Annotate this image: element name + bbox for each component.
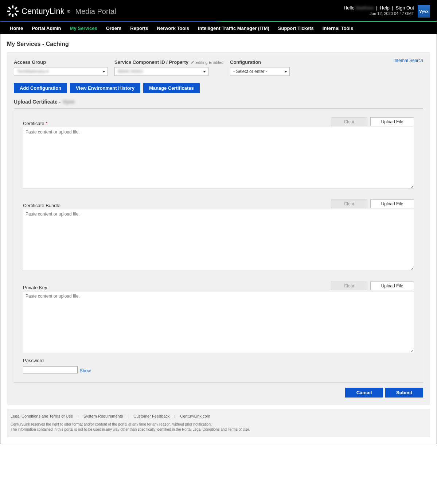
nav-reports[interactable]: Reports bbox=[126, 26, 152, 31]
svg-rect-3 bbox=[16, 11, 19, 12]
scid-select[interactable]: BBWC30002 bbox=[114, 67, 208, 76]
svg-rect-2 bbox=[7, 11, 10, 12]
nav-my-services[interactable]: My Services bbox=[66, 26, 102, 31]
bundle-textarea[interactable] bbox=[23, 209, 414, 271]
svg-rect-6 bbox=[8, 7, 11, 9]
editing-enabled-label: Editing Enabled bbox=[195, 60, 223, 65]
footer-link-legal[interactable]: Legal Conditions and Terms of Use bbox=[11, 414, 73, 418]
configuration-select[interactable]: - Select or enter - bbox=[230, 67, 290, 76]
certificate-upload-button[interactable]: Upload File bbox=[370, 117, 414, 126]
footer-link-cl[interactable]: CenturyLink.com bbox=[180, 414, 210, 418]
certificate-textarea[interactable] bbox=[23, 127, 414, 189]
scid-value: BBWC30002 bbox=[118, 69, 143, 74]
submit-button[interactable]: Submit bbox=[385, 388, 423, 398]
footer-disclaimer-1: CenturyLink reserves the right to alter … bbox=[11, 422, 426, 427]
nav-bar: Home Portal Admin My Services Orders Rep… bbox=[0, 22, 437, 34]
nav-home[interactable]: Home bbox=[5, 26, 27, 31]
nav-internal-tools[interactable]: Internal Tools bbox=[318, 26, 358, 31]
sign-out-link[interactable]: Sign Out bbox=[395, 5, 414, 11]
svg-rect-0 bbox=[12, 5, 13, 8]
chevron-down-icon bbox=[102, 71, 105, 73]
internal-search-link[interactable]: Internal Search bbox=[394, 58, 423, 63]
nav-network-tools[interactable]: Network Tools bbox=[152, 26, 194, 31]
svg-rect-7 bbox=[14, 13, 17, 16]
footer: Legal Conditions and Terms of Use | Syst… bbox=[7, 409, 430, 437]
nav-itm[interactable]: Intelligent Traffic Manager (ITM) bbox=[194, 26, 274, 31]
brand: CenturyLink® Media Portal bbox=[7, 5, 116, 17]
upload-cert-title-prefix: Upload Certificate - bbox=[14, 99, 61, 105]
manage-certificates-button[interactable]: Manage Certificates bbox=[143, 83, 200, 93]
password-input[interactable] bbox=[23, 366, 78, 373]
configuration-label: Configuration bbox=[230, 59, 290, 65]
brand-name: CenturyLink bbox=[22, 7, 64, 16]
brand-sub: Media Portal bbox=[75, 7, 116, 16]
centurylink-logo-icon bbox=[7, 5, 19, 17]
private-key-upload-button[interactable]: Upload File bbox=[370, 282, 414, 290]
upload-cert-title-value: Vyvx bbox=[63, 99, 74, 105]
access-group-select[interactable]: TechMahindra-4 bbox=[14, 67, 108, 76]
username: Matthew bbox=[356, 5, 374, 11]
chevron-down-icon bbox=[284, 71, 287, 73]
vyvx-logo-icon: Vyvx bbox=[418, 5, 430, 18]
filter-panel: Internal Search Access Group TechMahindr… bbox=[7, 53, 430, 404]
footer-link-feedback[interactable]: Customer Feedback bbox=[133, 414, 169, 418]
certificate-clear-button[interactable]: Clear bbox=[331, 117, 367, 126]
bundle-clear-button[interactable]: Clear bbox=[331, 199, 367, 208]
show-password-link[interactable]: Show bbox=[80, 368, 91, 373]
nav-portal-admin[interactable]: Portal Admin bbox=[27, 26, 65, 31]
bundle-upload-button[interactable]: Upload File bbox=[370, 199, 414, 208]
nav-orders[interactable]: Orders bbox=[102, 26, 126, 31]
cancel-button[interactable]: Cancel bbox=[345, 388, 383, 398]
bundle-label: Certificate Bundle bbox=[23, 203, 61, 208]
nav-support-tickets[interactable]: Support Tickets bbox=[274, 26, 318, 31]
svg-rect-5 bbox=[8, 13, 11, 16]
private-key-textarea[interactable] bbox=[23, 291, 414, 353]
footer-disclaimer-2: The information contained in this portal… bbox=[11, 427, 426, 432]
add-configuration-button[interactable]: Add Configuration bbox=[14, 83, 67, 93]
pencil-icon bbox=[191, 61, 194, 64]
view-environment-history-button[interactable]: View Environment History bbox=[70, 83, 140, 93]
password-label: Password bbox=[23, 358, 414, 363]
page-title: My Services - Caching bbox=[7, 41, 430, 47]
scid-label: Service Component ID / Property bbox=[114, 59, 188, 65]
timestamp: Jun 12, 2020 04:47 GMT bbox=[344, 11, 414, 16]
configuration-value: - Select or enter - bbox=[233, 69, 267, 74]
svg-rect-4 bbox=[14, 7, 17, 9]
help-link[interactable]: Help bbox=[380, 5, 390, 11]
private-key-clear-button[interactable]: Clear bbox=[331, 282, 367, 290]
private-key-label: Private Key bbox=[23, 285, 47, 290]
access-group-value: TechMahindra-4 bbox=[17, 69, 48, 74]
access-group-label: Access Group bbox=[14, 59, 108, 65]
footer-link-sysreq[interactable]: System Requirements bbox=[83, 414, 123, 418]
chevron-down-icon bbox=[203, 71, 206, 73]
hello-label: Hello bbox=[344, 5, 355, 11]
upload-panel: Certificate * Clear Upload File Certific… bbox=[14, 108, 423, 383]
certificate-label: Certificate bbox=[23, 121, 44, 126]
svg-rect-1 bbox=[12, 14, 13, 17]
